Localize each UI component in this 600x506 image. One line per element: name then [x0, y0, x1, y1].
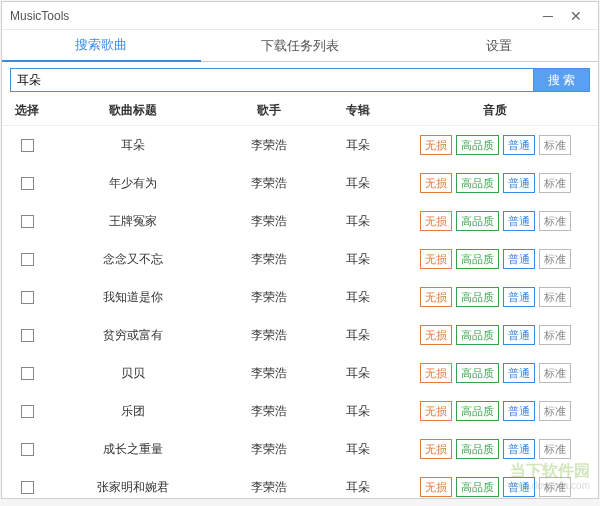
song-album: 耳朵 [316, 327, 400, 344]
quality-standard-button[interactable]: 标准 [539, 325, 571, 345]
quality-standard-button[interactable]: 标准 [539, 287, 571, 307]
column-select: 选择 [10, 102, 44, 119]
quality-normal-button[interactable]: 普通 [503, 287, 535, 307]
quality-high-button[interactable]: 高品质 [456, 173, 499, 193]
row-checkbox[interactable] [21, 405, 34, 418]
quality-normal-button[interactable]: 普通 [503, 173, 535, 193]
song-title: 张家明和婉君 [44, 479, 222, 496]
song-artist: 李荣浩 [222, 441, 316, 458]
song-artist: 李荣浩 [222, 365, 316, 382]
quality-standard-button[interactable]: 标准 [539, 401, 571, 421]
quality-high-button[interactable]: 高品质 [456, 477, 499, 497]
quality-high-button[interactable]: 高品质 [456, 439, 499, 459]
song-artist: 李荣浩 [222, 327, 316, 344]
song-artist: 李荣浩 [222, 479, 316, 496]
table-row: 张家明和婉君李荣浩耳朵无损高品质普通标准 [2, 468, 598, 506]
quality-lossless-button[interactable]: 无损 [420, 477, 452, 497]
table-row: 王牌冤家李荣浩耳朵无损高品质普通标准 [2, 202, 598, 240]
quality-normal-button[interactable]: 普通 [503, 211, 535, 231]
song-title: 贫穷或富有 [44, 327, 222, 344]
song-artist: 李荣浩 [222, 289, 316, 306]
song-artist: 李荣浩 [222, 175, 316, 192]
minimize-button[interactable]: ─ [534, 2, 562, 30]
quality-standard-button[interactable]: 标准 [539, 439, 571, 459]
window: MusicTools ─ ✕ 搜索歌曲 下载任务列表 设置 搜 索 选择 歌曲标… [1, 1, 599, 499]
song-album: 耳朵 [316, 289, 400, 306]
quality-lossless-button[interactable]: 无损 [420, 363, 452, 383]
row-checkbox[interactable] [21, 481, 34, 494]
quality-normal-button[interactable]: 普通 [503, 477, 535, 497]
column-artist: 歌手 [222, 102, 316, 119]
song-album: 耳朵 [316, 441, 400, 458]
quality-normal-button[interactable]: 普通 [503, 439, 535, 459]
quality-standard-button[interactable]: 标准 [539, 211, 571, 231]
row-checkbox[interactable] [21, 139, 34, 152]
quality-high-button[interactable]: 高品质 [456, 325, 499, 345]
quality-normal-button[interactable]: 普通 [503, 135, 535, 155]
table-row: 贫穷或富有李荣浩耳朵无损高品质普通标准 [2, 316, 598, 354]
song-title: 我知道是你 [44, 289, 222, 306]
song-artist: 李荣浩 [222, 213, 316, 230]
quality-high-button[interactable]: 高品质 [456, 401, 499, 421]
quality-normal-button[interactable]: 普通 [503, 363, 535, 383]
quality-high-button[interactable]: 高品质 [456, 211, 499, 231]
song-artist: 李荣浩 [222, 137, 316, 154]
row-checkbox[interactable] [21, 253, 34, 266]
quality-lossless-button[interactable]: 无损 [420, 249, 452, 269]
quality-lossless-button[interactable]: 无损 [420, 439, 452, 459]
quality-high-button[interactable]: 高品质 [456, 287, 499, 307]
song-artist: 李荣浩 [222, 251, 316, 268]
quality-standard-button[interactable]: 标准 [539, 135, 571, 155]
search-input[interactable] [10, 68, 534, 92]
table-header: 选择 歌曲标题 歌手 专辑 音质 [2, 96, 598, 126]
song-album: 耳朵 [316, 213, 400, 230]
quality-standard-button[interactable]: 标准 [539, 249, 571, 269]
table-row: 乐团李荣浩耳朵无损高品质普通标准 [2, 392, 598, 430]
tab-downloads[interactable]: 下载任务列表 [201, 30, 400, 61]
search-row: 搜 索 [2, 62, 598, 96]
quality-high-button[interactable]: 高品质 [456, 135, 499, 155]
song-title: 贝贝 [44, 365, 222, 382]
quality-normal-button[interactable]: 普通 [503, 401, 535, 421]
quality-lossless-button[interactable]: 无损 [420, 135, 452, 155]
quality-lossless-button[interactable]: 无损 [420, 325, 452, 345]
song-artist: 李荣浩 [222, 403, 316, 420]
column-quality: 音质 [400, 102, 590, 119]
titlebar: MusicTools ─ ✕ [2, 2, 598, 30]
quality-standard-button[interactable]: 标准 [539, 173, 571, 193]
column-title: 歌曲标题 [44, 102, 222, 119]
table-row: 耳朵李荣浩耳朵无损高品质普通标准 [2, 126, 598, 164]
table-row: 年少有为李荣浩耳朵无损高品质普通标准 [2, 164, 598, 202]
quality-high-button[interactable]: 高品质 [456, 249, 499, 269]
quality-standard-button[interactable]: 标准 [539, 363, 571, 383]
row-checkbox[interactable] [21, 177, 34, 190]
song-title: 成长之重量 [44, 441, 222, 458]
quality-normal-button[interactable]: 普通 [503, 325, 535, 345]
column-album: 专辑 [316, 102, 400, 119]
song-album: 耳朵 [316, 251, 400, 268]
tab-settings[interactable]: 设置 [399, 30, 598, 61]
quality-lossless-button[interactable]: 无损 [420, 287, 452, 307]
table-row: 成长之重量李荣浩耳朵无损高品质普通标准 [2, 430, 598, 468]
close-button[interactable]: ✕ [562, 2, 590, 30]
song-title: 乐团 [44, 403, 222, 420]
song-title: 王牌冤家 [44, 213, 222, 230]
song-album: 耳朵 [316, 403, 400, 420]
tab-search[interactable]: 搜索歌曲 [2, 30, 201, 62]
song-title: 年少有为 [44, 175, 222, 192]
song-album: 耳朵 [316, 365, 400, 382]
quality-lossless-button[interactable]: 无损 [420, 173, 452, 193]
quality-normal-button[interactable]: 普通 [503, 249, 535, 269]
quality-lossless-button[interactable]: 无损 [420, 401, 452, 421]
row-checkbox[interactable] [21, 291, 34, 304]
row-checkbox[interactable] [21, 367, 34, 380]
row-checkbox[interactable] [21, 443, 34, 456]
quality-high-button[interactable]: 高品质 [456, 363, 499, 383]
row-checkbox[interactable] [21, 215, 34, 228]
quality-lossless-button[interactable]: 无损 [420, 211, 452, 231]
search-button[interactable]: 搜 索 [534, 68, 590, 92]
song-title: 念念又不忘 [44, 251, 222, 268]
table-row: 念念又不忘李荣浩耳朵无损高品质普通标准 [2, 240, 598, 278]
row-checkbox[interactable] [21, 329, 34, 342]
quality-standard-button[interactable]: 标准 [539, 477, 571, 497]
